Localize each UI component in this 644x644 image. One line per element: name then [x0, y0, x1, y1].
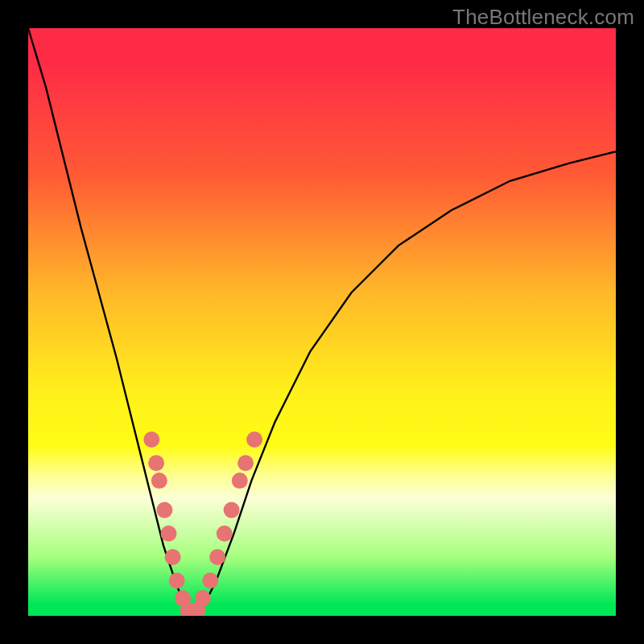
sample-dot [143, 431, 159, 448]
chart-svg [28, 28, 616, 616]
sample-dot [237, 455, 254, 471]
sample-dot [246, 431, 262, 448]
sample-dot [161, 526, 177, 542]
chart-frame: TheBottleneck.com [0, 0, 644, 644]
sample-dot [148, 455, 164, 471]
bottleneck-curve [28, 28, 616, 616]
watermark-text: TheBottleneck.com [452, 5, 634, 30]
sample-dots-group [143, 431, 262, 616]
sample-dot [202, 572, 218, 588]
sample-dot [151, 473, 167, 489]
sample-dot [224, 502, 240, 518]
chart-plot-area [28, 28, 616, 616]
sample-dot [195, 590, 211, 606]
sample-dot [156, 502, 172, 518]
sample-dot [232, 473, 248, 489]
sample-dot [165, 549, 181, 565]
sample-dot [209, 549, 225, 565]
sample-dot [217, 526, 233, 542]
sample-dot [169, 572, 185, 588]
